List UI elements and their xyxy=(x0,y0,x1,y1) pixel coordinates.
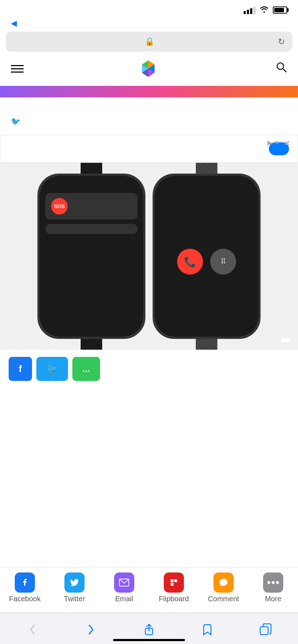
facebook-label: Facebook xyxy=(9,595,41,603)
share-message-partial[interactable]: ... xyxy=(72,357,100,381)
watch-buttons: 📞 ⠿ xyxy=(177,249,236,275)
svg-rect-11 xyxy=(174,579,177,582)
svg-line-8 xyxy=(283,69,286,72)
flipboard-label: Flipboard xyxy=(159,595,189,603)
email-icon xyxy=(114,572,134,593)
hamburger-menu[interactable] xyxy=(11,65,24,73)
share-partial: f 🐦 ... xyxy=(0,350,298,385)
url-bar[interactable]: 🔒 ↻ xyxy=(6,32,292,52)
share-twitter[interactable]: Twitter xyxy=(50,567,99,608)
watch-right: 📞 ⠿ xyxy=(153,174,261,339)
watch-left: SOS xyxy=(37,174,145,339)
share-twitter-partial[interactable]: 🐦 xyxy=(36,357,68,381)
svg-point-15 xyxy=(276,581,279,584)
ad-close-icon[interactable]: ✕ xyxy=(284,139,290,148)
comment-icon xyxy=(213,572,234,593)
lock-icon: 🔒 xyxy=(145,37,154,46)
status-bar xyxy=(0,0,298,18)
status-icons xyxy=(244,5,287,15)
bookmarks-button[interactable] xyxy=(193,619,222,640)
forward-button[interactable] xyxy=(76,619,105,640)
tabs-button[interactable] xyxy=(251,619,280,640)
share-more[interactable]: More xyxy=(248,567,298,608)
back-arrow-icon: ◀ xyxy=(11,19,17,28)
more-label: More xyxy=(265,595,281,603)
wifi-icon xyxy=(259,5,269,15)
share-comment[interactable]: Comment xyxy=(199,567,248,608)
author-twitter-icon[interactable]: 🐦 xyxy=(11,117,21,126)
image-credit xyxy=(281,338,291,342)
site-header xyxy=(0,52,298,86)
share-flipboard[interactable]: Flipboard xyxy=(149,567,199,608)
breadcrumb xyxy=(0,97,298,103)
site-logo[interactable] xyxy=(140,60,159,78)
reload-icon[interactable]: ↻ xyxy=(278,37,285,47)
ad-content xyxy=(9,146,269,152)
ok-button xyxy=(45,224,137,234)
comment-label: Comment xyxy=(208,595,239,603)
article-title xyxy=(0,103,298,117)
end-call-button: 📞 xyxy=(177,249,203,275)
flipboard-icon xyxy=(164,572,184,593)
share-facebook-partial[interactable]: f xyxy=(9,357,32,381)
home-indicator xyxy=(113,639,185,641)
svg-rect-18 xyxy=(260,627,268,635)
search-icon[interactable] xyxy=(276,61,287,76)
more-icon xyxy=(263,572,283,593)
url-center: 🔒 xyxy=(145,37,157,46)
keypad-button: ⠿ xyxy=(210,249,236,275)
ad-label: ▶ ✕ xyxy=(267,139,280,147)
article-image: SOS xyxy=(0,163,298,350)
ad-banner: ▶ ✕ ✕ xyxy=(0,135,298,163)
bottom-share-bar: Facebook Twitter Email Flipboard xyxy=(0,567,298,608)
share-button[interactable] xyxy=(135,619,163,640)
twitter-icon xyxy=(64,572,85,593)
share-email[interactable]: Email xyxy=(99,567,149,608)
article-meta: 🐦 xyxy=(0,117,298,135)
svg-point-14 xyxy=(272,581,275,584)
watches-display: SOS xyxy=(0,163,298,350)
svg-rect-10 xyxy=(171,579,173,582)
signal-icon xyxy=(244,6,256,14)
sos-button: SOS xyxy=(45,193,137,220)
mail-back-button[interactable]: ◀ xyxy=(0,18,298,32)
twitter-label: Twitter xyxy=(64,595,85,603)
battery-icon xyxy=(273,6,287,14)
logo-gem-icon xyxy=(140,60,156,78)
emergency-screen: 📞 ⠿ xyxy=(161,187,253,330)
author-line: 🐦 xyxy=(9,117,21,126)
back-button[interactable] xyxy=(18,619,47,640)
svg-rect-12 xyxy=(171,583,173,586)
share-facebook[interactable]: Facebook xyxy=(0,567,50,608)
email-label: Email xyxy=(115,595,133,603)
svg-point-13 xyxy=(267,581,270,584)
facebook-icon xyxy=(15,572,35,593)
sos-badge: SOS xyxy=(51,198,68,215)
promo-banner[interactable] xyxy=(0,86,298,97)
